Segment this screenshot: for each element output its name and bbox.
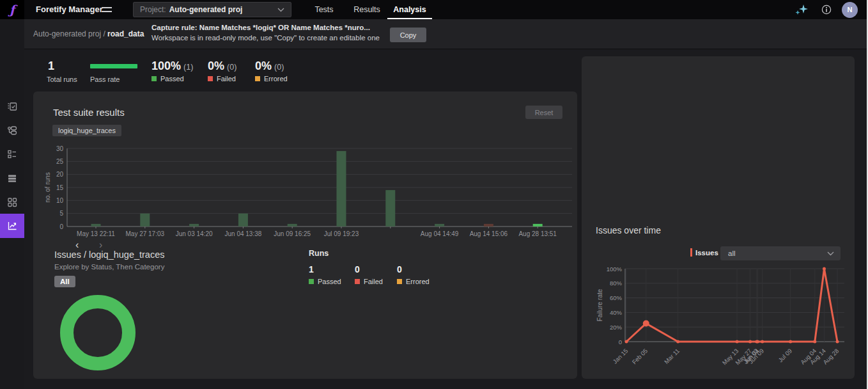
pager-next-icon[interactable]: › — [99, 240, 102, 250]
failed-percent: 0%(0) — [208, 60, 236, 73]
svg-text:May 27 17:03: May 27 17:03 — [125, 230, 164, 237]
total-runs-value: 1 — [48, 60, 54, 73]
svg-text:Failure rate: Failure rate — [596, 289, 603, 321]
errored-swatch — [255, 76, 260, 81]
svg-text:Jan 15: Jan 15 — [611, 347, 629, 365]
breadcrumb-project[interactable]: Auto-generated proj — [33, 29, 101, 38]
tab-analysis[interactable]: Analysis — [387, 0, 432, 19]
svg-text:May 13 22:11: May 13 22:11 — [77, 230, 115, 237]
app-window: ƒ Foretify Manager Project: Auto-generat… — [0, 0, 868, 389]
svg-text:Jun 09 16:25: Jun 09 16:25 — [274, 230, 311, 237]
pager-prev-icon[interactable]: ‹ — [75, 240, 79, 250]
issues-section-subtitle: Explore by Status, Then Category — [54, 263, 164, 271]
svg-text:0: 0 — [619, 338, 622, 345]
chevron-down-icon — [277, 8, 284, 12]
runs-errored-swatch — [397, 279, 402, 284]
logo-icon: ƒ — [10, 3, 15, 17]
sidebar-item-run-list[interactable] — [0, 142, 24, 166]
failed-swatch — [208, 76, 213, 81]
sidebar-item-apps[interactable] — [0, 190, 24, 214]
sparkles-icon[interactable] — [794, 3, 811, 16]
hamburger-menu-icon[interactable] — [102, 7, 112, 12]
issues-filter-dropdown[interactable]: all — [720, 246, 841, 260]
svg-text:no. of runs: no. of runs — [44, 172, 51, 202]
tab-tests[interactable]: Tests — [306, 0, 342, 19]
grid-icon — [6, 196, 18, 208]
svg-text:Aug 14 15:06: Aug 14 15:06 — [470, 230, 508, 237]
trend-chart-icon — [6, 220, 18, 232]
svg-text:Aug 28 13:51: Aug 28 13:51 — [518, 230, 557, 237]
stack-icon — [6, 173, 18, 184]
svg-text:Aug 04 14:49: Aug 04 14:49 — [421, 230, 459, 237]
pass-rate-bar — [90, 64, 137, 68]
info-icon[interactable] — [821, 4, 832, 15]
svg-text:Jul 09: Jul 09 — [777, 347, 793, 364]
sidebar-item-test-suites[interactable] — [0, 95, 24, 118]
project-select-value: Auto-generated proj — [169, 5, 243, 14]
svg-text:Mar 11: Mar 11 — [663, 347, 681, 365]
project-select-label: Project: — [140, 5, 166, 14]
suite-filter-chip[interactable]: logiq_huge_traces — [52, 125, 121, 136]
svg-text:0: 0 — [59, 223, 63, 230]
issues-legend: Issues — [690, 248, 718, 257]
issues-donut-chart[interactable] — [60, 295, 136, 370]
copy-button[interactable]: Copy — [390, 28, 426, 42]
svg-text:40%: 40% — [610, 309, 623, 316]
runs-passed-swatch — [309, 279, 314, 284]
sidebar-item-stacks[interactable] — [0, 166, 24, 190]
failed-legend: Failed — [208, 75, 236, 83]
svg-text:25: 25 — [56, 158, 64, 165]
svg-text:Jun 04 13:38: Jun 04 13:38 — [224, 230, 261, 237]
issues-legend-swatch — [690, 248, 692, 257]
runs-failed-swatch — [355, 279, 360, 284]
capture-rule-block: Capture rule: Name Matches *logiq* OR Na… — [151, 24, 380, 42]
issues-over-time-title: Issues over time — [596, 225, 661, 235]
issues-filter-value: all — [728, 250, 736, 257]
breadcrumb-workspace: road_data — [107, 29, 144, 38]
passed-legend: Passed — [151, 75, 184, 83]
sidebar-item-flows[interactable] — [0, 118, 24, 142]
checklist-icon — [6, 148, 18, 160]
failure-rate-line-chart[interactable]: 020%40%60%80%100%Failure rateJan 15Feb 0… — [593, 264, 853, 376]
svg-text:20%: 20% — [610, 324, 623, 331]
user-avatar[interactable]: N — [842, 2, 858, 18]
app-title: Foretify Manager — [36, 0, 103, 19]
svg-text:60%: 60% — [610, 294, 623, 301]
test-suite-title: Test suite results — [53, 107, 125, 118]
test-suite-bar-chart[interactable]: 051015202530no. of runsMay 13 22:11May 2… — [42, 143, 573, 240]
errored-legend: Errored — [255, 75, 288, 83]
project-select[interactable]: Project: Auto-generated proj — [133, 2, 291, 17]
all-filter-button[interactable]: All — [54, 276, 75, 287]
runs-errored-count: 0 — [397, 264, 402, 274]
svg-text:5: 5 — [59, 210, 63, 217]
flow-icon — [6, 125, 18, 136]
runs-passed-count: 1 — [309, 264, 314, 274]
clipboard-check-icon — [6, 101, 18, 113]
capture-rule-text: Capture rule: Name Matches *logiq* OR Na… — [151, 24, 380, 31]
sidebar-item-analysis[interactable] — [0, 214, 24, 238]
runs-failed-count: 0 — [355, 264, 360, 274]
issues-over-time-panel: Issues over time Issues all 020%40%60%80… — [582, 56, 855, 379]
reset-button[interactable]: Reset — [525, 106, 562, 119]
total-runs-label: Total runs — [47, 75, 77, 83]
readonly-note: Workspace is in read-only mode, use "Cop… — [151, 34, 380, 42]
svg-text:Jul 09 19:23: Jul 09 19:23 — [324, 230, 359, 237]
passed-swatch — [151, 76, 157, 81]
svg-text:20: 20 — [56, 171, 64, 178]
issues-section-title: Issues / logiq_huge_traces — [54, 250, 165, 260]
runs-errored-legend: Errored — [397, 278, 430, 285]
svg-text:100%: 100% — [607, 266, 623, 273]
app-logo[interactable]: ƒ — [0, 0, 24, 19]
breadcrumb[interactable]: Auto-generated proj / road_data — [33, 29, 144, 38]
runs-title: Runs — [309, 249, 329, 258]
svg-text:Jun 03 14:20: Jun 03 14:20 — [176, 230, 213, 237]
pass-rate-label: Pass rate — [90, 75, 120, 83]
breadcrumb-divider: / — [103, 29, 105, 38]
tab-results[interactable]: Results — [348, 0, 385, 19]
svg-text:80%: 80% — [610, 280, 623, 287]
topbar-right: N — [794, 0, 858, 19]
svg-text:Feb 05: Feb 05 — [631, 347, 649, 366]
svg-text:30: 30 — [56, 145, 64, 152]
chevron-down-icon — [827, 251, 834, 256]
runs-failed-legend: Failed — [355, 278, 383, 285]
